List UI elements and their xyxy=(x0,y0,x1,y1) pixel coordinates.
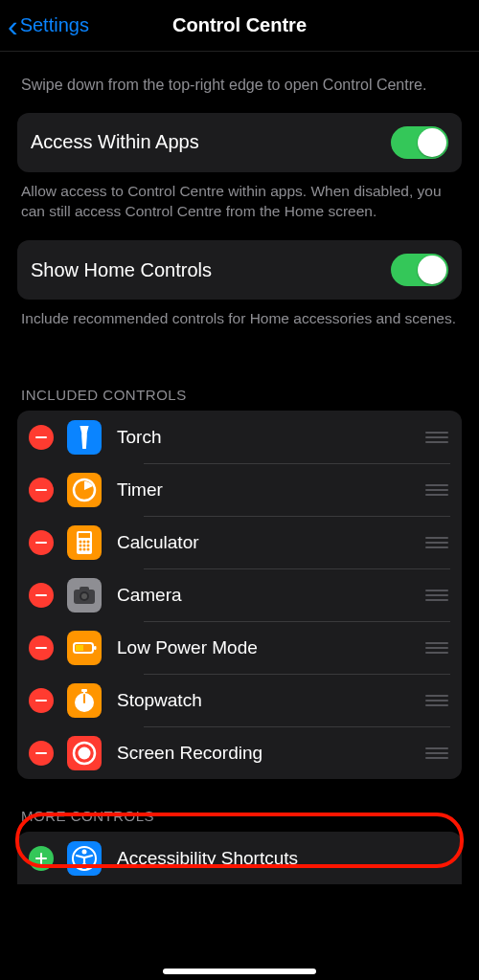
row-label: Calculator xyxy=(117,532,423,553)
svg-rect-18 xyxy=(76,645,83,651)
list-item: Camera xyxy=(17,568,462,621)
remove-button[interactable] xyxy=(29,583,54,608)
list-item: Timer xyxy=(17,463,462,516)
show-home-controls-row: Show Home Controls xyxy=(17,240,462,300)
list-item: Stopwatch xyxy=(17,674,462,726)
drag-handle-icon[interactable] xyxy=(423,484,450,496)
svg-point-3 xyxy=(80,540,82,543)
remove-button[interactable] xyxy=(29,635,54,660)
drag-handle-icon[interactable] xyxy=(423,747,450,759)
home-indicator[interactable] xyxy=(163,969,316,974)
svg-rect-13 xyxy=(80,587,89,591)
home-toggle[interactable] xyxy=(391,254,448,286)
drag-handle-icon[interactable] xyxy=(423,590,450,601)
list-item: Calculator xyxy=(17,516,462,568)
drag-handle-icon[interactable] xyxy=(423,432,450,443)
access-footer: Allow access to Control Centre within ap… xyxy=(17,172,462,241)
drag-handle-icon[interactable] xyxy=(423,537,450,548)
access-label: Access Within Apps xyxy=(31,131,199,153)
row-label: Screen Recording xyxy=(117,743,423,764)
included-list: Torch Timer Calculator Camera xyxy=(17,411,462,779)
accessibility-icon xyxy=(67,841,102,876)
record-icon xyxy=(67,736,102,770)
camera-icon xyxy=(67,578,102,612)
intro-text: Swipe down from the top-right edge to op… xyxy=(17,52,462,113)
drag-handle-icon[interactable] xyxy=(423,642,450,654)
row-label: Timer xyxy=(117,479,423,501)
svg-point-11 xyxy=(87,547,90,550)
home-label: Show Home Controls xyxy=(31,259,212,281)
add-button[interactable] xyxy=(29,846,54,871)
svg-point-4 xyxy=(83,540,86,543)
back-button[interactable]: ‹ Settings xyxy=(0,11,89,41)
more-header: MORE CONTROLS xyxy=(17,779,462,832)
row-label: Accessibility Shortcuts xyxy=(117,848,450,869)
list-item: Low Power Mode xyxy=(17,621,462,674)
navbar: ‹ Settings Control Centre xyxy=(0,0,479,52)
access-toggle[interactable] xyxy=(391,126,448,159)
svg-point-10 xyxy=(83,547,86,550)
svg-point-7 xyxy=(83,544,86,546)
home-footer: Include recommended controls for Home ac… xyxy=(17,300,462,348)
chevron-left-icon: ‹ xyxy=(8,11,18,41)
svg-point-15 xyxy=(81,593,87,599)
access-within-apps-row: Access Within Apps xyxy=(17,113,462,172)
back-label: Settings xyxy=(20,14,89,36)
svg-rect-17 xyxy=(94,646,97,650)
svg-point-26 xyxy=(82,849,87,854)
timer-icon xyxy=(67,473,102,507)
row-label: Low Power Mode xyxy=(117,637,423,658)
svg-point-5 xyxy=(87,540,90,543)
remove-button[interactable] xyxy=(29,741,54,766)
list-item: Torch xyxy=(17,411,462,463)
row-label: Camera xyxy=(117,585,423,606)
calculator-icon xyxy=(67,525,102,560)
list-item: Screen Recording xyxy=(17,726,462,779)
remove-button[interactable] xyxy=(29,530,54,555)
row-label: Torch xyxy=(117,427,423,448)
remove-button[interactable] xyxy=(29,425,54,450)
remove-button[interactable] xyxy=(29,478,54,502)
svg-point-24 xyxy=(79,746,91,759)
included-header: INCLUDED CONTROLS xyxy=(17,348,462,411)
drag-handle-icon[interactable] xyxy=(423,695,450,706)
battery-icon xyxy=(67,631,102,665)
svg-point-9 xyxy=(80,547,82,550)
svg-point-8 xyxy=(87,544,90,546)
more-list: Accessibility Shortcuts xyxy=(17,832,462,884)
list-item: Accessibility Shortcuts xyxy=(17,832,462,884)
svg-point-6 xyxy=(80,544,82,546)
torch-icon xyxy=(67,420,102,455)
row-label: Stopwatch xyxy=(117,690,423,711)
stopwatch-icon xyxy=(67,683,102,718)
svg-rect-2 xyxy=(79,533,90,538)
remove-button[interactable] xyxy=(29,688,54,713)
